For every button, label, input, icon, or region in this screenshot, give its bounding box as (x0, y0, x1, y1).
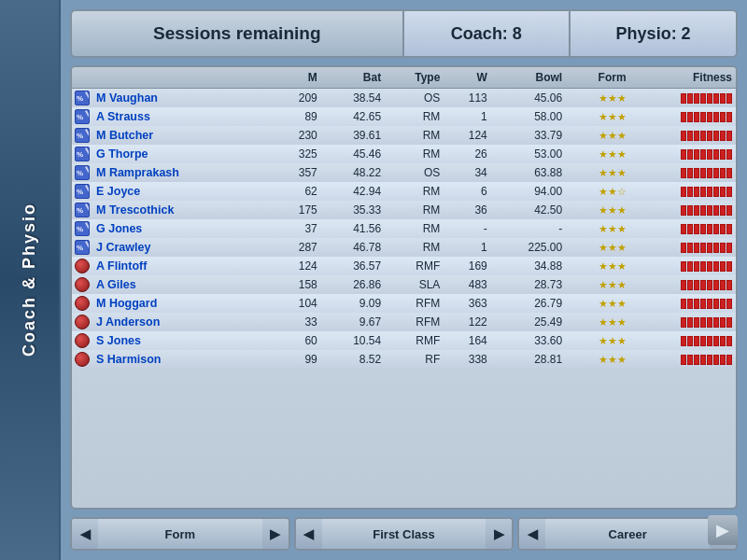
fitness-segment (726, 243, 732, 253)
player-form: ★★★ (566, 219, 629, 238)
player-m: 104 (274, 294, 320, 313)
player-m: 325 (274, 145, 320, 163)
fitness-segment (700, 112, 706, 122)
form-stars: ★★★ (599, 223, 627, 234)
player-w: 483 (444, 275, 490, 294)
player-name: A Flintoff (92, 257, 274, 275)
fitness-segment (720, 355, 726, 365)
fitness-segment (720, 168, 726, 178)
player-type: RM (385, 126, 444, 145)
main-content: Sessions remaining Coach: 8 Physio: 2 M … (61, 0, 747, 560)
table-row[interactable]: %M Butcher23039.61RM12433.79★★★ (72, 126, 736, 145)
table-row[interactable]: S Harmison998.52RF33828.81★★★ (72, 350, 736, 369)
table-row[interactable]: %A Strauss8942.65RM158.00★★★ (72, 107, 736, 126)
first-class-prev-button[interactable]: ◀ (296, 519, 322, 549)
player-type: RM (385, 107, 444, 126)
table-row[interactable]: %E Joyce6242.94RM694.00★★☆ (72, 182, 736, 201)
player-icon-cell (72, 257, 92, 275)
fitness-segment (687, 243, 693, 253)
fitness-segment (713, 243, 719, 253)
fitness-segment (694, 168, 699, 178)
ball-icon (75, 259, 90, 273)
col-header-m: M (274, 67, 320, 89)
player-w: 164 (444, 331, 490, 350)
table-row[interactable]: M Hoggard1049.09RFM36326.79★★★ (72, 294, 736, 313)
player-fitness (630, 89, 736, 108)
player-bowl: - (491, 219, 566, 238)
player-bat: 9.67 (321, 313, 385, 331)
players-table-container: M Bat Type W Bowl Form Fitness %M Vaugha… (70, 65, 738, 510)
player-m: 124 (274, 257, 320, 275)
form-stars: ★★★ (599, 316, 627, 328)
fitness-segment (720, 299, 726, 309)
form-stars: ★★★ (599, 298, 627, 309)
table-row[interactable]: J Anderson339.67RFM12225.49★★★ (72, 313, 736, 331)
player-fitness (630, 331, 736, 350)
fitness-segment (713, 187, 719, 197)
table-row[interactable]: %G Jones3741.56RM--★★★ (72, 219, 736, 238)
bat-icon: % (75, 240, 90, 255)
next-page-button[interactable]: ▶ (708, 515, 738, 545)
player-type: RMF (385, 331, 444, 350)
fitness-segment (694, 261, 699, 272)
table-row[interactable]: A Flintoff12436.57RMF16934.88★★★ (72, 257, 736, 275)
player-form: ★★★ (566, 89, 629, 108)
player-bowl: 94.00 (491, 182, 566, 201)
player-fitness (630, 294, 736, 313)
player-type: OS (385, 89, 444, 108)
fitness-segment (687, 355, 693, 365)
player-icon-cell: % (72, 89, 92, 108)
player-name: J Crawley (92, 238, 274, 257)
col-header-w: W (444, 67, 490, 89)
fitness-segment (707, 93, 712, 104)
bottom-navigation: ◀ Form ▶ ◀ First Class ▶ ◀ Career ▶ (70, 517, 738, 551)
first-class-next-button[interactable]: ▶ (486, 519, 512, 549)
fitness-segment (687, 168, 693, 178)
player-w: 124 (444, 126, 490, 145)
fitness-segment (700, 224, 706, 234)
player-form: ★★★ (566, 294, 629, 313)
player-bowl: 225.00 (491, 238, 566, 257)
player-form: ★★☆ (566, 182, 629, 201)
fitness-segment (681, 355, 686, 365)
table-row[interactable]: %M Trescothick17535.33RM3642.50★★★ (72, 201, 736, 219)
player-icon-cell: % (72, 163, 92, 182)
player-bowl: 63.88 (491, 163, 566, 182)
player-m: 62 (274, 182, 320, 201)
player-bat: 42.94 (321, 182, 385, 201)
table-row[interactable]: S Jones6010.54RMF16433.60★★★ (72, 331, 736, 350)
bat-icon: % (75, 203, 90, 217)
fitness-segment (707, 243, 712, 253)
fitness-segment (720, 93, 726, 104)
player-bowl: 34.88 (491, 257, 566, 275)
fitness-segment (687, 131, 693, 141)
player-icon-cell: % (72, 107, 92, 126)
fitness-segment (726, 187, 732, 197)
fitness-segment (726, 112, 732, 122)
player-m: 33 (274, 313, 320, 331)
form-stars: ★★★ (599, 167, 627, 178)
fitness-segment (713, 299, 719, 309)
fitness-segment (726, 261, 732, 272)
table-row[interactable]: %M Ramprakash35748.22OS3463.88★★★ (72, 163, 736, 182)
col-header-bat: Bat (321, 67, 385, 89)
fitness-segment (713, 224, 719, 234)
fitness-segment (681, 336, 686, 346)
fitness-segment (694, 187, 699, 197)
player-icon-cell (72, 331, 92, 350)
career-prev-button[interactable]: ◀ (519, 519, 545, 549)
fitness-segment (681, 131, 686, 141)
fitness-segment (713, 131, 719, 141)
table-row[interactable]: %G Thorpe32545.46RM2653.00★★★ (72, 145, 736, 163)
table-row[interactable]: A Giles15826.86SLA48328.73★★★ (72, 275, 736, 294)
fitness-segment (694, 205, 699, 216)
table-row[interactable]: %M Vaughan20938.54OS11345.06★★★ (72, 89, 736, 108)
player-w: 36 (444, 201, 490, 219)
form-prev-button[interactable]: ◀ (72, 519, 98, 549)
col-header-form: Form (566, 67, 629, 89)
form-next-button[interactable]: ▶ (262, 519, 289, 549)
table-row[interactable]: %J Crawley28746.78RM1225.00★★★ (72, 238, 736, 257)
player-type: RM (385, 182, 444, 201)
fitness-segment (726, 168, 732, 178)
fitness-segment (681, 261, 686, 272)
